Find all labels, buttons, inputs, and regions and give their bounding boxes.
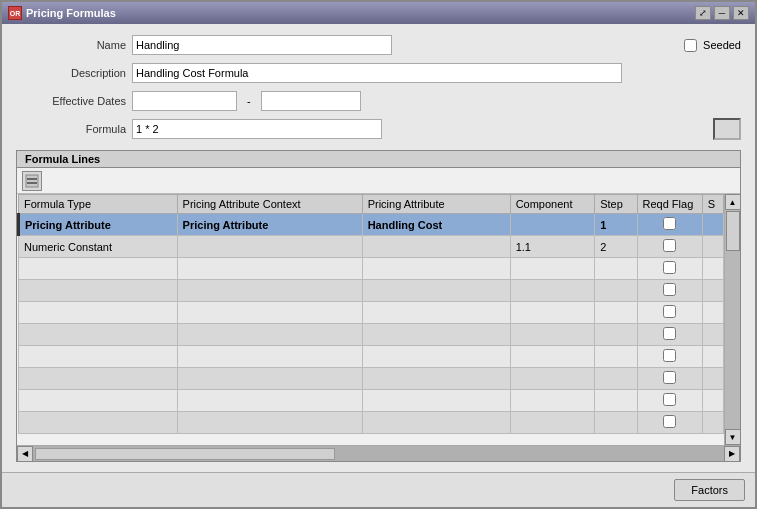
effective-dates-label: Effective Dates bbox=[16, 95, 126, 107]
reqd-flag-checkbox-8[interactable] bbox=[663, 371, 676, 384]
table-row[interactable] bbox=[19, 302, 724, 324]
resize-button[interactable]: ⤢ bbox=[695, 6, 711, 20]
scroll-track bbox=[725, 210, 740, 429]
effective-date-end[interactable] bbox=[261, 91, 361, 111]
table-row[interactable]: Numeric Constant 1.1 2 bbox=[19, 236, 724, 258]
name-label: Name bbox=[16, 39, 126, 51]
table-row[interactable] bbox=[19, 368, 724, 390]
bottom-bar: Factors bbox=[2, 472, 755, 507]
table-row[interactable] bbox=[19, 280, 724, 302]
scroll-up-button[interactable]: ▲ bbox=[725, 194, 741, 210]
effective-dates-row: Effective Dates - bbox=[16, 90, 741, 112]
cell-pricing-attr bbox=[362, 346, 510, 368]
cell-pricing-attr bbox=[362, 280, 510, 302]
table-row[interactable] bbox=[19, 346, 724, 368]
title-bar: OR Pricing Formulas ⤢ ─ ✕ bbox=[2, 2, 755, 24]
table-row[interactable] bbox=[19, 390, 724, 412]
col-component: Component bbox=[510, 195, 595, 214]
factors-button[interactable]: Factors bbox=[674, 479, 745, 501]
table-row[interactable] bbox=[19, 412, 724, 434]
cell-step bbox=[595, 412, 637, 434]
title-controls: ⤢ ─ ✕ bbox=[695, 6, 749, 20]
col-reqd-flag: Reqd Flag bbox=[637, 195, 702, 214]
reqd-flag-checkbox-5[interactable] bbox=[663, 305, 676, 318]
reqd-flag-checkbox-2[interactable] bbox=[663, 239, 676, 252]
table-grid: Formula Type Pricing Attribute Context P… bbox=[17, 194, 740, 445]
reqd-flag-checkbox-9[interactable] bbox=[663, 393, 676, 406]
close-button[interactable]: ✕ bbox=[733, 6, 749, 20]
vertical-scrollbar[interactable]: ▲ ▼ bbox=[724, 194, 740, 445]
cell-pricing-attr bbox=[362, 302, 510, 324]
scroll-left-button[interactable]: ◀ bbox=[17, 446, 33, 462]
effective-date-start[interactable] bbox=[132, 91, 237, 111]
reqd-flag-checkbox-6[interactable] bbox=[663, 327, 676, 340]
cell-pricing-attr-ctx bbox=[177, 258, 362, 280]
cell-formula-type bbox=[19, 368, 178, 390]
cell-reqd-flag bbox=[637, 346, 702, 368]
cell-formula-type bbox=[19, 258, 178, 280]
cell-extra bbox=[702, 280, 723, 302]
cell-pricing-attr-ctx bbox=[177, 236, 362, 258]
cell-pricing-attr-ctx bbox=[177, 346, 362, 368]
description-row: Description bbox=[16, 62, 741, 84]
formula-input[interactable] bbox=[132, 119, 382, 139]
cell-component: 1.1 bbox=[510, 236, 595, 258]
formula-lines-section: Formula Lines Formula Type bbox=[16, 150, 741, 462]
cell-step bbox=[595, 302, 637, 324]
cell-component bbox=[510, 412, 595, 434]
cell-step bbox=[595, 324, 637, 346]
add-row-button[interactable] bbox=[22, 171, 42, 191]
cell-formula-type: Pricing Attribute bbox=[19, 214, 178, 236]
h-scroll-thumb[interactable] bbox=[35, 448, 335, 460]
section-title: Formula Lines bbox=[17, 151, 740, 168]
scroll-right-button[interactable]: ▶ bbox=[724, 446, 740, 462]
cell-component bbox=[510, 214, 595, 236]
title-bar-left: OR Pricing Formulas bbox=[8, 6, 116, 20]
seeded-checkbox[interactable] bbox=[684, 39, 697, 52]
cell-pricing-attr bbox=[362, 368, 510, 390]
reqd-flag-checkbox-7[interactable] bbox=[663, 349, 676, 362]
cell-pricing-attr: Handling Cost bbox=[362, 214, 510, 236]
cell-component bbox=[510, 302, 595, 324]
cell-component bbox=[510, 346, 595, 368]
scroll-down-button[interactable]: ▼ bbox=[725, 429, 741, 445]
description-input[interactable] bbox=[132, 63, 622, 83]
cell-formula-type bbox=[19, 346, 178, 368]
table-row[interactable] bbox=[19, 258, 724, 280]
cell-component bbox=[510, 324, 595, 346]
reqd-flag-checkbox-4[interactable] bbox=[663, 283, 676, 296]
scroll-thumb[interactable] bbox=[726, 211, 740, 251]
cell-reqd-flag bbox=[637, 390, 702, 412]
cell-formula-type bbox=[19, 412, 178, 434]
cell-pricing-attr-ctx bbox=[177, 324, 362, 346]
minimize-button[interactable]: ─ bbox=[714, 6, 730, 20]
cell-reqd-flag bbox=[637, 412, 702, 434]
cell-pricing-attr-ctx bbox=[177, 280, 362, 302]
svg-rect-1 bbox=[27, 178, 37, 180]
add-icon bbox=[25, 174, 39, 188]
cell-step bbox=[595, 280, 637, 302]
cell-reqd-flag bbox=[637, 236, 702, 258]
cell-reqd-flag bbox=[637, 258, 702, 280]
table-row[interactable]: Pricing Attribute Pricing Attribute Hand… bbox=[19, 214, 724, 236]
cell-pricing-attr bbox=[362, 390, 510, 412]
cell-step: 1 bbox=[595, 214, 637, 236]
cell-pricing-attr-ctx bbox=[177, 390, 362, 412]
reqd-flag-checkbox-3[interactable] bbox=[663, 261, 676, 274]
cell-step bbox=[595, 390, 637, 412]
cell-pricing-attr-ctx bbox=[177, 302, 362, 324]
window-title: Pricing Formulas bbox=[26, 7, 116, 19]
cell-extra bbox=[702, 302, 723, 324]
horizontal-scrollbar[interactable]: ◀ ▶ bbox=[17, 445, 740, 461]
cell-pricing-attr bbox=[362, 258, 510, 280]
reqd-flag-checkbox-1[interactable] bbox=[663, 217, 676, 230]
cell-step bbox=[595, 368, 637, 390]
cell-extra bbox=[702, 346, 723, 368]
cell-formula-type bbox=[19, 302, 178, 324]
cell-component bbox=[510, 258, 595, 280]
name-input[interactable] bbox=[132, 35, 392, 55]
reqd-flag-checkbox-10[interactable] bbox=[663, 415, 676, 428]
table-row[interactable] bbox=[19, 324, 724, 346]
cell-pricing-attr bbox=[362, 324, 510, 346]
cell-reqd-flag bbox=[637, 302, 702, 324]
